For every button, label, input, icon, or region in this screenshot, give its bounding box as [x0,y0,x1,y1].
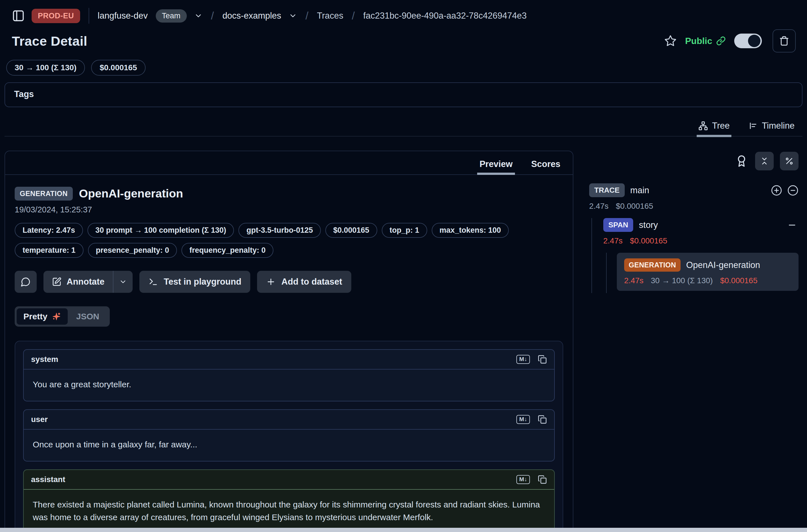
panel-tabs: Preview Scores [5,151,573,175]
top-p-badge: top_p: 1 [382,223,427,238]
trace-node[interactable]: TRACE main [589,183,799,197]
trace-latency: 2.47s [589,202,608,211]
org-type-badge: Team [156,9,187,23]
span-metrics: 2.47s $0.000165 [603,236,799,245]
copy-icon[interactable] [538,415,547,424]
chevron-down-icon [119,278,127,286]
generation-tokens: 30 → 100 (Σ 130) [651,276,713,285]
message-header-actions: M↓ [517,355,547,364]
annotate-dropdown-button[interactable] [113,271,133,293]
breadcrumb-separator: / [350,10,357,22]
breadcrumb-separator: / [304,10,311,22]
comment-icon [21,277,31,287]
sparkles-icon [52,312,61,321]
expand-all-icon[interactable] [771,185,782,196]
pretty-label: Pretty [23,312,48,321]
span-latency: 2.47s [603,236,623,245]
cost-badge[interactable]: $0.000165 [325,223,377,238]
markdown-toggle-icon[interactable]: M↓ [517,415,530,424]
breadcrumb-separator: / [209,10,216,22]
test-in-playground-button[interactable]: Test in playground [139,271,250,293]
org-chevron-down-icon[interactable] [194,12,203,20]
tab-timeline[interactable]: Timeline [748,121,794,131]
page-title: Trace Detail [12,33,87,49]
message-content: There existed a majestic planet called L… [24,490,554,532]
message-role: assistant [31,475,65,484]
tab-tree[interactable]: Tree [698,121,730,131]
generation-node-selected[interactable]: GENERATION OpenAI-generation 2.47s 30 → … [617,253,799,291]
award-icon[interactable] [735,155,748,167]
breadcrumb-trace-id: fac231bc-90ee-490a-aa32-78c4269474e3 [363,11,527,21]
collapse-node-icon[interactable] [787,220,797,230]
tab-scores[interactable]: Scores [531,159,560,169]
message-header: system M↓ [24,350,554,369]
environment-badge[interactable]: PROD-EU [32,9,80,23]
delete-trace-button[interactable] [773,29,796,53]
horizontal-scrollbar[interactable] [0,528,807,532]
annotate-button[interactable]: Annotate [43,271,113,293]
tags-section[interactable]: Tags [4,82,803,107]
max-tokens-badge: max_tokens: 100 [432,223,509,238]
project-chevron-down-icon[interactable] [289,12,297,20]
collapse-icon[interactable] [787,185,799,196]
span-name: story [639,220,658,230]
user-message: user M↓ Once upon a time in a galaxy far… [23,409,555,461]
span-node[interactable]: SPAN story [603,218,799,232]
cost-badge[interactable]: $0.000165 [91,60,145,76]
trash-icon [779,36,789,46]
tab-timeline-label: Timeline [762,121,794,131]
token-usage-badge[interactable]: 30 prompt → 100 completion (Σ 130) [88,223,234,238]
add-to-dataset-label: Add to dataset [281,277,342,287]
frequency-penalty-badge: frequency_penalty: 0 [182,243,274,258]
trace-cost: $0.000165 [616,202,653,211]
collapse-all-button[interactable] [755,152,774,170]
json-toggle[interactable]: JSON [68,308,108,325]
show-percent-button[interactable] [780,152,799,170]
generation-cost: $0.000165 [720,276,757,285]
trace-name: main [631,185,649,195]
plus-icon [266,277,276,287]
breadcrumb-project[interactable]: docs-examples [222,11,281,21]
title-actions: Public [664,29,796,53]
public-label: Public [685,36,712,46]
terminal-icon [148,277,158,287]
public-link[interactable]: Public [685,36,726,46]
copy-icon[interactable] [538,355,547,364]
timeline-icon [748,121,758,131]
annotate-split-button: Annotate [43,271,133,293]
messages-container: system M↓ You are a great storyteller. u… [15,341,563,532]
title-row: Trace Detail Public [0,24,807,53]
span-cost: $0.000165 [630,236,667,245]
comment-button[interactable] [15,271,37,293]
latency-badge: Latency: 2.47s [15,223,83,238]
generation-name: OpenAI-generation [686,260,760,270]
tab-preview[interactable]: Preview [480,159,512,169]
generation-node-row: GENERATION OpenAI-generation [624,259,791,272]
model-badge[interactable]: gpt-3.5-turbo-0125 [239,223,321,238]
breadcrumb: PROD-EU langfuse-dev Team / docs-example… [0,0,807,24]
trace-type-badge: TRACE [589,183,625,197]
trace-metrics: 2.47s $0.000165 [589,202,799,211]
public-toggle[interactable] [734,34,762,48]
message-header-actions: M↓ [517,475,547,484]
link-icon [716,36,726,46]
copy-icon[interactable] [538,475,547,484]
observation-badges: Latency: 2.47s 30 prompt → 100 completio… [15,223,563,258]
breadcrumb-org[interactable]: langfuse-dev [98,11,148,21]
span-type-badge: SPAN [603,218,633,232]
bookmark-star-icon[interactable] [664,35,677,47]
system-message: system M↓ You are a great storyteller. [23,349,555,401]
observation-header: GENERATION OpenAI-generation [15,187,563,201]
pretty-toggle[interactable]: Pretty [17,308,68,325]
generation-metrics: 2.47s 30 → 100 (Σ 130) $0.000165 [624,276,791,285]
add-to-dataset-button[interactable]: Add to dataset [257,271,351,293]
markdown-toggle-icon[interactable]: M↓ [517,475,530,484]
message-role: system [31,355,58,364]
sidebar-toggle-icon[interactable] [12,9,25,22]
generation-latency: 2.47s [624,276,644,285]
trace-summary-row: 30 → 100 (Σ 130) $0.000165 [0,53,807,76]
token-usage-badge[interactable]: 30 → 100 (Σ 130) [6,60,85,76]
observation-card: Preview Scores GENERATION OpenAI-generat… [4,151,574,532]
breadcrumb-traces-link[interactable]: Traces [317,11,343,21]
markdown-toggle-icon[interactable]: M↓ [517,355,530,364]
